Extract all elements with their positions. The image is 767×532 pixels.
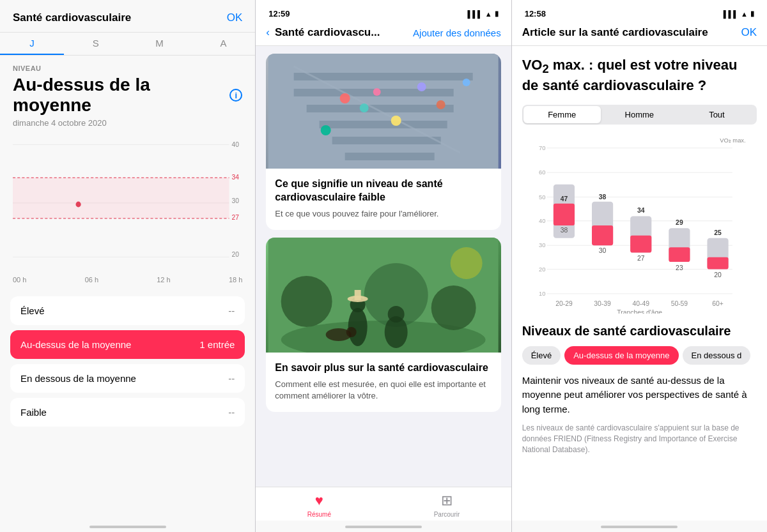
back-button[interactable]: ‹ (266, 26, 270, 39)
svg-point-24 (373, 88, 381, 96)
niveau-au-dessus[interactable]: Au-dessus de la moyenne (564, 346, 678, 365)
article-card-2[interactable]: En savoir plus sur la santé cardiovascul… (266, 238, 500, 412)
svg-point-20 (340, 93, 350, 103)
outdoor-illustration (266, 238, 500, 353)
home-indicator (0, 521, 255, 532)
battery-icon-p3: ▮ (750, 10, 754, 18)
categories-list: Élevé -- Au-dessus de la moyenne 1 entré… (0, 290, 255, 433)
home-indicator-p3 (512, 521, 767, 532)
svg-point-22 (391, 116, 401, 126)
niveau-en-dessous[interactable]: En dessous d (683, 346, 751, 365)
article-2-title: En savoir plus sur la santé cardiovascul… (275, 361, 492, 375)
home-bar-p2 (345, 526, 422, 528)
segment-femme[interactable]: Femme (523, 106, 601, 123)
nav-parcourir[interactable]: ⊞ Parcourir (434, 492, 460, 518)
panel1-header: Santé cardiovasculaire OK (0, 0, 255, 33)
svg-rect-58 (554, 204, 575, 225)
tab-m[interactable]: M (128, 33, 192, 55)
svg-rect-16 (320, 121, 447, 128)
niveaux-title: Niveaux de santé cardiovasculaire (522, 324, 757, 338)
svg-text:10: 10 (539, 291, 545, 297)
segment-homme[interactable]: Homme (601, 106, 678, 123)
p3-time: 12:58 (525, 9, 546, 19)
p3-status-icons: ▌▌▌ ▲ ▮ (724, 10, 754, 18)
wifi-icon-p3: ▲ (741, 10, 748, 18)
svg-rect-73 (669, 247, 690, 262)
p3-ok-button[interactable]: OK (741, 26, 757, 39)
cat-au-dessus[interactable]: Au-dessus de la moyenne 1 entrée (10, 330, 245, 359)
niveau-eleve[interactable]: Élevé (522, 346, 561, 365)
article-1-body: Ce que signifie un niveau de santé cardi… (266, 169, 500, 230)
svg-text:70: 70 (539, 145, 545, 151)
svg-point-41 (451, 247, 483, 279)
svg-text:34: 34 (232, 173, 239, 181)
grid-icon: ⊞ (441, 492, 453, 509)
svg-point-38 (388, 306, 405, 323)
svg-point-11 (75, 202, 81, 208)
svg-text:Tranches d'âge: Tranches d'âge (617, 309, 662, 314)
panel-articles: 12:59 ▌▌▌ ▲ ▮ ‹ Santé cardiovascu... Ajo… (255, 0, 511, 532)
tab-s[interactable]: S (64, 33, 128, 55)
vo2-chart-svg: VO₂ max. 70 60 50 40 30 20 10 (522, 135, 757, 314)
niveaux-segment: Élevé Au-dessus de la moyenne En dessous… (522, 346, 757, 365)
svg-point-25 (321, 125, 331, 135)
panel-article-detail: 12:58 ▌▌▌ ▲ ▮ Article sur la santé cardi… (511, 0, 767, 532)
svg-rect-18 (345, 153, 435, 160)
p3-vo2-chart: VO₂ max. 70 60 50 40 30 20 10 (522, 135, 757, 314)
p3-article-scroll[interactable]: VO2 max. : quel est votre niveau de sant… (512, 46, 767, 521)
svg-text:30: 30 (539, 242, 545, 248)
svg-text:60: 60 (539, 169, 545, 176)
svg-text:23: 23 (676, 264, 683, 271)
svg-text:40: 40 (539, 218, 545, 224)
svg-text:VO₂ max.: VO₂ max. (720, 137, 745, 144)
tab-a[interactable]: A (191, 33, 255, 55)
nav-resume[interactable]: ♥ Résumé (307, 492, 331, 518)
svg-rect-36 (355, 290, 361, 300)
segment-tout[interactable]: Tout (678, 106, 755, 123)
panel1-ok-button[interactable]: OK (227, 11, 243, 24)
heart-icon: ♥ (315, 492, 323, 509)
panel1-tabs: J S M A (0, 33, 255, 56)
info-icon[interactable]: i (229, 89, 242, 102)
p2-articles-scroll[interactable]: Ce que signifie un niveau de santé cardi… (256, 46, 511, 487)
add-data-button[interactable]: Ajouter des données (413, 27, 501, 38)
cat-faible[interactable]: Faible -- (10, 398, 245, 427)
svg-point-27 (463, 79, 470, 86)
svg-text:30-39: 30-39 (594, 300, 611, 307)
p2-nav-title: Santé cardiovascu... (275, 26, 380, 39)
tab-j[interactable]: J (0, 33, 64, 55)
svg-rect-68 (630, 235, 651, 252)
svg-text:20: 20 (539, 266, 545, 272)
svg-text:20: 20 (232, 250, 239, 258)
svg-text:40: 40 (232, 140, 239, 148)
panel1-title: Santé cardiovasculaire (13, 11, 131, 24)
p1-chart-svg: 40 34 30 27 20 (13, 134, 249, 275)
svg-point-26 (437, 100, 445, 109)
svg-text:40-49: 40-49 (632, 300, 649, 307)
p3-status-bar: 12:58 ▌▌▌ ▲ ▮ (512, 0, 767, 24)
outdoor-svg (266, 238, 500, 353)
svg-point-31 (431, 285, 476, 330)
article-image-2 (266, 238, 500, 353)
svg-rect-17 (332, 137, 441, 144)
signal-icon-p3: ▌▌▌ (724, 10, 738, 18)
svg-text:47: 47 (560, 195, 568, 202)
p3-segment-control: Femme Homme Tout (522, 105, 757, 125)
svg-text:30: 30 (598, 247, 606, 254)
svg-text:29: 29 (676, 219, 683, 226)
date-label: dimanche 4 octobre 2020 (0, 116, 255, 134)
p3-article-title: VO2 max. : quel est votre niveau de sant… (522, 56, 757, 95)
article-card-1[interactable]: Ce que signifie un niveau de santé cardi… (266, 54, 500, 230)
cat-eleve[interactable]: Élevé -- (10, 296, 245, 325)
time-labels: 00 h 06 h 12 h 18 h (0, 275, 255, 290)
svg-text:27: 27 (232, 213, 239, 221)
panel1-content: NIVEAU Au-dessus de la moyenne i dimanch… (0, 56, 255, 521)
svg-text:38: 38 (560, 227, 568, 234)
p2-status-bar: 12:59 ▌▌▌ ▲ ▮ (256, 0, 511, 24)
cat-en-dessous[interactable]: En dessous de la moyenne -- (10, 364, 245, 393)
home-bar-p3 (601, 526, 678, 528)
p2-status-icons: ▌▌▌ ▲ ▮ (467, 10, 498, 18)
home-indicator-p2 (256, 521, 511, 532)
svg-rect-78 (707, 257, 728, 270)
p2-time: 12:59 (268, 9, 290, 19)
